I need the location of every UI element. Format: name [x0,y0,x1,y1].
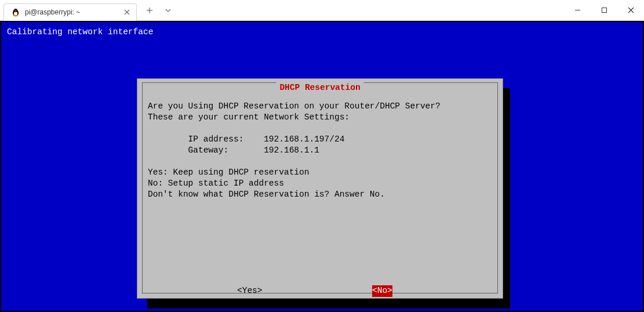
dhcp-dialog: DHCP Reservation Are you Using DHCP Rese… [137,78,503,299]
maximize-button[interactable] [591,0,617,21]
new-tab-button[interactable] [141,2,158,19]
svg-point-5 [15,11,16,12]
penguin-icon [11,8,20,17]
option-no: No: Setup static IP address [148,179,284,188]
terminal-inner[interactable]: Calibrating network interface DHCP Reser… [1,22,643,311]
dialog-line1: Are you Using DHCP Reservation on your R… [148,101,441,111]
dialog-title: DHCP Reservation [276,82,363,94]
yes-button[interactable]: <Yes> [237,285,263,297]
svg-rect-13 [602,8,606,13]
svg-point-6 [13,15,15,16]
close-tab-icon[interactable] [122,8,132,17]
ip-value: 192.168.1.197/24 [264,135,344,144]
svg-point-7 [16,15,19,16]
svg-point-3 [14,10,15,10]
ip-label: IP address: [148,135,264,144]
status-text: Calibrating network interface [7,27,637,38]
close-window-button[interactable] [617,0,644,21]
gateway-label: Gateway: [148,146,264,155]
hint-text: Don't know what DHCP Reservation is? Ans… [148,190,385,199]
minimize-button[interactable] [564,0,591,21]
gateway-value: 192.168.1.1 [264,146,319,155]
dialog-content: Are you Using DHCP Reservation on your R… [148,101,492,200]
window-controls [564,0,644,21]
tab-dropdown-button[interactable] [160,2,176,19]
dialog-line2: These are your current Network Settings: [148,113,350,122]
tab-title: pi@raspberrypi: ~ [25,8,118,16]
terminal-area: Calibrating network interface DHCP Reser… [0,21,644,312]
option-yes: Yes: Keep using DHCP reservation [148,168,309,177]
terminal-tab[interactable]: pi@raspberrypi: ~ [3,3,137,21]
no-button[interactable]: <No> [372,285,392,297]
titlebar: pi@raspberrypi: ~ [0,0,644,21]
svg-point-4 [16,10,17,10]
svg-point-2 [14,9,17,12]
